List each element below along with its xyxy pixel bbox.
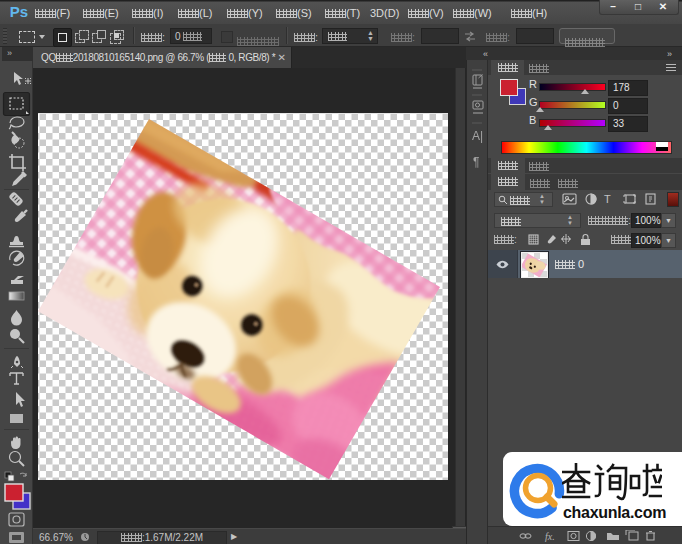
- svg-text:fx.: fx.: [545, 531, 555, 542]
- svg-text:A|: A|: [472, 129, 483, 143]
- svg-text:¶: ¶: [473, 155, 479, 169]
- svg-text:T: T: [604, 193, 611, 205]
